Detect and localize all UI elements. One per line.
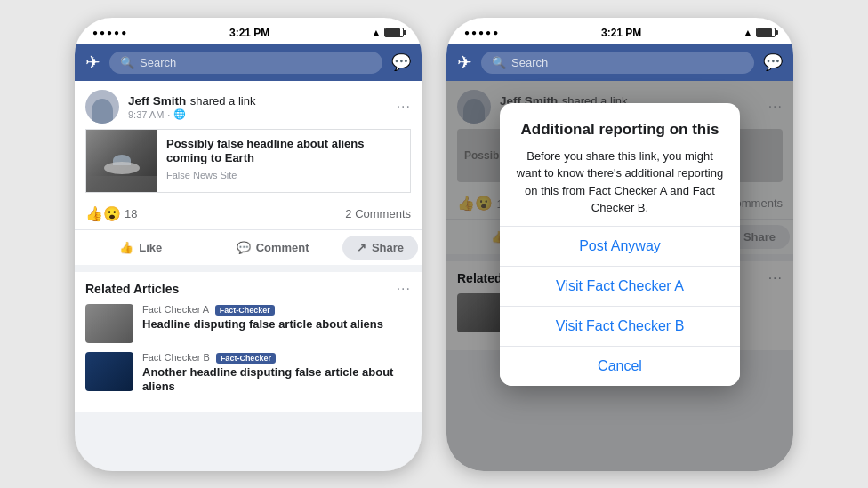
action-buttons-1: 👍 Like 💬 Comment ↗ Share	[75, 230, 422, 265]
fb-header-1: ✈ 🔍 Search 💬	[75, 44, 422, 81]
post-header-1: Jeff Smith shared a link 9:37 AM · 🌐 ···	[75, 81, 422, 129]
related-item-1[interactable]: Fact Checker A Fact-Checker Headline dis…	[85, 304, 411, 343]
status-bar-1: ●●●●● 3:21 PM ▲	[75, 18, 422, 44]
search-bar-1[interactable]: 🔍 Search	[109, 52, 382, 74]
reaction-emojis-1: 👍😮 18	[85, 205, 137, 222]
post-username-1: Jeff Smith shared a link	[128, 92, 388, 108]
post-anyway-button[interactable]: Post Anyway	[500, 227, 740, 267]
fact-badge-1: Fact-Checker	[215, 305, 275, 316]
related-more-1[interactable]: ···	[397, 281, 411, 297]
battery-symbol	[384, 28, 404, 37]
wifi-symbol: ▲	[371, 27, 382, 39]
search-label-1: Search	[140, 56, 176, 69]
reactions-row-1: 👍😮 18 2 Comments	[75, 202, 422, 230]
battery-area: ▲	[371, 27, 404, 39]
share-button-1[interactable]: ↗ Share	[342, 236, 418, 260]
related-title-1: Related Articles	[85, 282, 179, 296]
checker-name-2: Fact Checker B Fact-Checker	[142, 352, 411, 364]
related-content-2: Fact Checker B Fact-Checker Another head…	[142, 352, 411, 396]
avatar-1	[85, 90, 119, 124]
like-button-1[interactable]: 👍 Like	[75, 232, 206, 263]
share-icon-1: ↗	[357, 241, 366, 254]
related-content-1: Fact Checker A Fact-Checker Headline dis…	[142, 304, 411, 332]
dialog-content: Additional reporting on this Before you …	[500, 103, 740, 226]
dialog-box: Additional reporting on this Before you …	[500, 103, 740, 386]
fb-logo-icon: ✈	[85, 52, 100, 73]
related-section-1: Related Articles ··· Fact Checker A Fact…	[75, 272, 422, 413]
post-user-info-1: Jeff Smith shared a link 9:37 AM · 🌐	[128, 92, 388, 120]
signal-dots: ●●●●●	[92, 28, 128, 37]
post-meta-1: 9:37 AM · 🌐	[128, 108, 388, 120]
dialog-overlay: Additional reporting on this Before you …	[446, 18, 793, 471]
related-img-1	[85, 304, 133, 343]
dialog-buttons: Post Anyway Visit Fact Checker A Visit F…	[500, 226, 740, 386]
related-header-1: Related Articles ···	[85, 281, 411, 297]
link-preview-1[interactable]: Possibly false headline about aliens com…	[85, 129, 411, 193]
more-options-1[interactable]: ···	[397, 99, 411, 115]
comment-button-1[interactable]: 💬 Comment	[206, 232, 338, 263]
visit-checker-a-button[interactable]: Visit Fact Checker A	[500, 267, 740, 307]
phone-1: ●●●●● 3:21 PM ▲ ✈ 🔍 Search 💬	[75, 18, 422, 471]
preview-image-1	[86, 130, 157, 192]
comment-icon-1: 💬	[237, 241, 251, 254]
checker-name-1: Fact Checker A Fact-Checker	[142, 304, 411, 316]
related-item-2[interactable]: Fact Checker B Fact-Checker Another head…	[85, 352, 411, 396]
phone-2: ●●●●● 3:21 PM ▲ ✈ 🔍 Search 💬	[446, 18, 793, 471]
fact-badge-2: Fact-Checker	[216, 353, 276, 364]
phones-container: ●●●●● 3:21 PM ▲ ✈ 🔍 Search 💬	[57, 0, 811, 488]
preview-content-1: Possibly false headline about aliens com…	[157, 130, 410, 192]
post-card-1: Jeff Smith shared a link 9:37 AM · 🌐 ···	[75, 81, 422, 265]
related-img-2	[85, 352, 133, 391]
comments-count-1[interactable]: 2 Comments	[345, 207, 411, 220]
related-headline-1: Headline disputing false article about a…	[142, 317, 411, 332]
dialog-title: Additional reporting on this	[514, 121, 726, 139]
messenger-icon-1: 💬	[391, 52, 411, 72]
feed-1: Jeff Smith shared a link 9:37 AM · 🌐 ···	[75, 81, 422, 471]
time-display-1: 3:21 PM	[229, 27, 269, 39]
preview-title-1: Possibly false headline about aliens com…	[166, 137, 401, 167]
visit-checker-b-button[interactable]: Visit Fact Checker B	[500, 307, 740, 347]
search-icon-1: 🔍	[120, 56, 134, 69]
like-icon-1: 👍	[119, 241, 133, 254]
related-headline-2: Another headline disputing false article…	[142, 365, 411, 396]
preview-source-1: False News Site	[166, 170, 401, 180]
dialog-body: Before you share this link, you might wa…	[514, 148, 726, 217]
cancel-button[interactable]: Cancel	[500, 347, 740, 386]
